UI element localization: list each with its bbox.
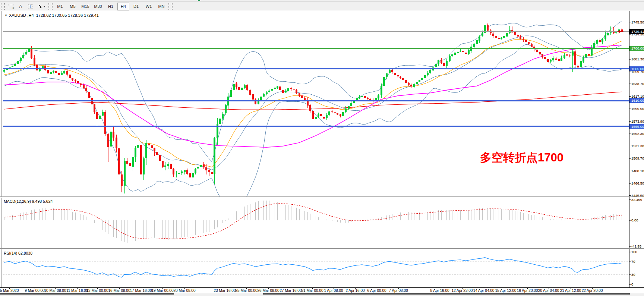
svg-text:1729.41: 1729.41 [631, 29, 644, 34]
time-axis-label: 8 Apr 16:00 [430, 289, 449, 293]
svg-text:1573.90: 1573.90 [631, 119, 644, 123]
time-axis-label: 31 Mar 00:00 [302, 289, 323, 293]
text-button[interactable]: A [16, 3, 25, 10]
time-axis-label: 17 Mar 16:00 [130, 289, 152, 293]
macd-axis-labels: 32.4590.00-41.95 [629, 198, 643, 248]
svg-text:1665.00: 1665.00 [631, 67, 644, 71]
fibonacci-icon: F [8, 4, 14, 9]
timeframe-button-w1[interactable]: W1 [143, 3, 155, 10]
macd-indicator-pane[interactable]: 32.4590.00-41.95 [0, 197, 644, 248]
svg-text:0.00: 0.00 [631, 218, 638, 222]
timeframe-button-m30[interactable]: M30 [92, 3, 104, 10]
time-axis-label: 22 Apr 20:00 [582, 289, 603, 293]
svg-text:0: 0 [631, 282, 633, 286]
text-label-icon: T [28, 4, 32, 9]
timeframe-button-d1[interactable]: D1 [130, 3, 142, 10]
svg-text:30: 30 [631, 273, 635, 277]
time-axis-label: 7 Apr 08:00 [389, 289, 408, 293]
time-axis-label: 23 Mar 16:00 [214, 289, 236, 293]
time-axis[interactable]: 5 Mar 20209 Mar 00:0010 Mar 08:0011 Mar … [0, 287, 644, 294]
fibonacci-button[interactable]: F [6, 3, 16, 10]
price-axis-labels: 1745.501724.501681.301659.701638.701617.… [629, 20, 644, 196]
indicator-lines-layer [4, 21, 622, 196]
svg-text:70: 70 [631, 259, 635, 264]
chart-text-annotation[interactable]: 多空转折点1700 [480, 150, 564, 166]
time-axis-label: 10 Mar 08:00 [44, 289, 66, 293]
svg-text:1445.50: 1445.50 [631, 193, 644, 196]
svg-text:1595.50: 1595.50 [631, 107, 644, 111]
chart-title: ▼XAUUSD-,H4 1728.62 1730.65 1728.36 1729… [4, 13, 99, 18]
time-axis-label: 14 Apr 04:00 [473, 289, 495, 293]
macd-histogram [4, 201, 622, 243]
time-axis-label: 6 Apr 00:00 [367, 289, 386, 293]
toolbar-grip[interactable] [1, 3, 5, 10]
timeframe-button-mn[interactable]: MN [155, 3, 167, 10]
candles-layer [3, 21, 623, 193]
time-axis-label: 20 Apr 04:00 [538, 289, 559, 293]
timeframe-button-m5[interactable]: M5 [67, 3, 79, 10]
text-label-button[interactable]: T [25, 3, 35, 10]
arrows-button[interactable]: ▾ [35, 3, 48, 10]
macd-canvas: 32.4590.00-41.95 [0, 197, 644, 248]
arrows-icon [38, 4, 43, 9]
line-studies-toolbar: F A T ▾ M1 M5 M15 M30 H1 H4 D1 W1 MN [0, 2, 644, 11]
timeframe-button-m15[interactable]: M15 [79, 3, 91, 10]
text-icon: A [19, 4, 22, 9]
toolbar-grip[interactable] [48, 3, 53, 10]
time-axis-label: 1 Apr 08:00 [324, 289, 343, 293]
time-axis-label: 15 Apr 12:00 [495, 289, 517, 293]
price-chart-canvas: 1745.501724.501681.301659.701638.701617.… [0, 11, 644, 196]
svg-text:1610.00: 1610.00 [631, 98, 644, 103]
time-axis-label: 11 Mar 16:00 [66, 289, 88, 293]
svg-text:1700.00: 1700.00 [631, 46, 644, 50]
svg-text:1509.70: 1509.70 [631, 156, 644, 160]
time-axis-label: 13 Mar 00:00 [86, 289, 108, 293]
time-axis-label: 27 Mar 16:00 [280, 289, 302, 293]
time-axis-label: 16 Mar 08:00 [108, 289, 130, 293]
svg-text:1552.30: 1552.30 [631, 132, 644, 136]
chart-symbol: XAUUSD-,H4 [9, 13, 34, 18]
scrollbar-track[interactable] [0, 293, 174, 295]
horizontal-scrollbar[interactable] [0, 293, 644, 296]
time-axis-label: 9 Mar 00:00 [25, 289, 44, 293]
upper-toolbar-icon-fragment [198, 0, 200, 1]
svg-text:1488.10: 1488.10 [631, 169, 644, 173]
timeframe-button-m1[interactable]: M1 [54, 3, 66, 10]
chart-ohlc-values: 1728.62 1730.65 1728.36 1729.41 [36, 13, 99, 18]
scrollbar-track[interactable] [263, 293, 630, 295]
time-axis-label: 2 Apr 16:00 [345, 289, 364, 293]
svg-text:-41.95: -41.95 [631, 244, 641, 248]
time-axis-label: 21 Apr 12:00 [560, 289, 581, 293]
svg-text:1565.00: 1565.00 [631, 125, 644, 129]
chevron-down-icon: ▾ [44, 5, 45, 8]
time-axis-label: 20 Mar 08:00 [174, 289, 196, 293]
toolbar-grip[interactable] [168, 3, 173, 10]
svg-text:32.459: 32.459 [631, 198, 642, 202]
time-axis-label: 25 Mar 00:00 [236, 289, 258, 293]
price-chart-pane[interactable]: 1745.501724.501681.301659.701638.701617.… [0, 11, 644, 196]
time-axis-label: 5 Mar 2020 [0, 289, 19, 293]
svg-text:100: 100 [631, 250, 637, 254]
time-axis-label: 19 Mar 00:00 [152, 289, 174, 293]
time-axis-label: 16 Apr 20:00 [517, 289, 538, 293]
time-axis-label: 12 Apr 23:00 [452, 289, 473, 293]
timeframe-button-h1[interactable]: H1 [105, 3, 117, 10]
svg-text:1638.70: 1638.70 [631, 82, 644, 86]
svg-text:1466.50: 1466.50 [631, 181, 644, 185]
svg-text:1531.30: 1531.30 [631, 144, 644, 148]
rsi-indicator-pane[interactable]: 10070300 [0, 249, 644, 287]
svg-text:1745.50: 1745.50 [631, 20, 644, 24]
svg-text:1617.10: 1617.10 [631, 94, 644, 98]
rsi-axis-labels: 10070300 [629, 250, 637, 286]
rsi-canvas: 10070300 [0, 249, 644, 287]
svg-text:1681.30: 1681.30 [631, 57, 644, 61]
timeframe-button-h4[interactable]: H4 [117, 3, 129, 10]
chart-dropdown-icon[interactable]: ▼ [4, 14, 7, 17]
time-axis-label: 26 Mar 08:00 [258, 289, 280, 293]
